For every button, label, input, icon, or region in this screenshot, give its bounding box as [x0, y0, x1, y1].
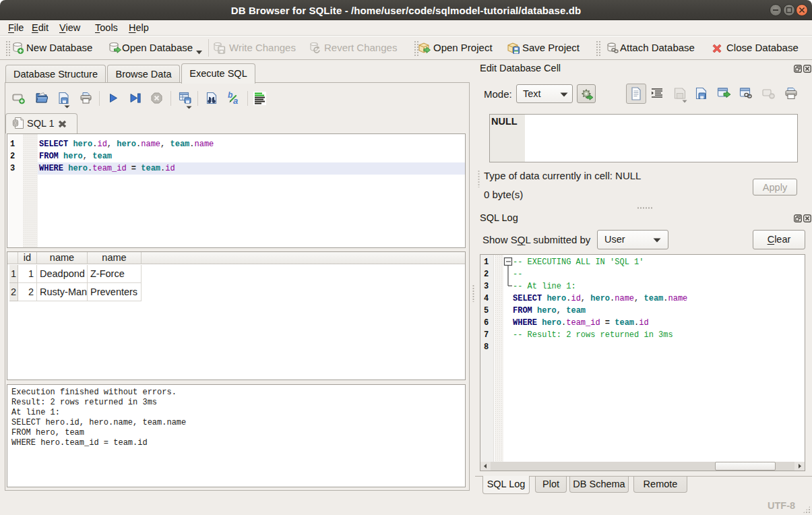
svg-text:b: b	[228, 91, 232, 100]
